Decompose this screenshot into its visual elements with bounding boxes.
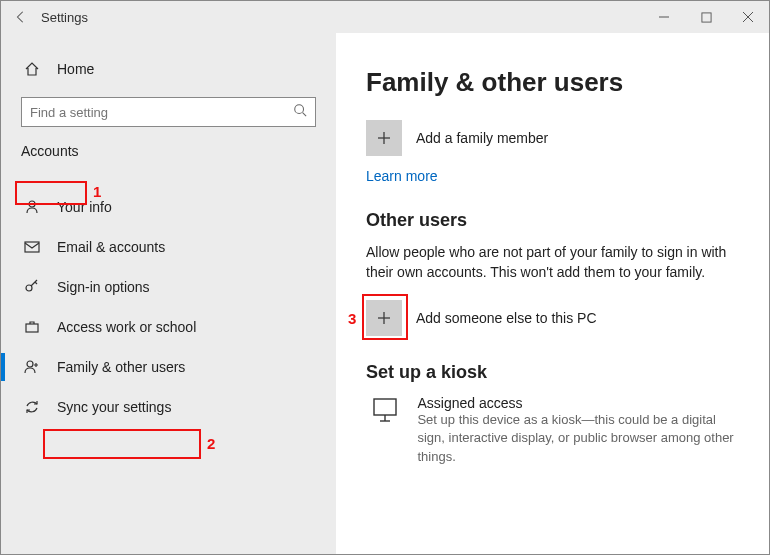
svg-point-6 <box>29 201 35 207</box>
assigned-access-description: Set up this device as a kiosk—this could… <box>417 411 745 466</box>
svg-line-5 <box>303 113 307 117</box>
key-icon <box>21 279 43 295</box>
assigned-access-title[interactable]: Assigned access <box>417 395 745 411</box>
arrow-left-icon <box>14 10 28 24</box>
category-heading: Accounts <box>1 137 336 167</box>
window-title: Settings <box>41 10 88 25</box>
svg-point-4 <box>295 105 304 114</box>
sidebar-item-label: Your info <box>57 199 112 215</box>
sidebar-item-your-info[interactable]: Your info <box>1 187 336 227</box>
mail-icon <box>21 239 43 255</box>
maximize-button[interactable] <box>685 1 727 33</box>
person-icon <box>21 199 43 215</box>
briefcase-icon <box>21 319 43 335</box>
add-other-user-button[interactable] <box>366 300 402 336</box>
home-label: Home <box>57 61 94 77</box>
annotation-2: 2 <box>207 435 215 452</box>
other-users-heading: Other users <box>366 210 745 231</box>
plus-icon <box>376 130 392 146</box>
plus-icon <box>376 310 392 326</box>
close-icon <box>742 11 754 23</box>
sidebar-item-label: Access work or school <box>57 319 196 335</box>
svg-rect-15 <box>374 399 396 415</box>
back-button[interactable] <box>1 10 41 24</box>
sidebar-item-email-accounts[interactable]: Email & accounts <box>1 227 336 267</box>
sidebar-item-family-other-users[interactable]: Family & other users <box>1 347 336 387</box>
sidebar-item-work-school[interactable]: Access work or school <box>1 307 336 347</box>
sidebar-item-label: Sync your settings <box>57 399 171 415</box>
minimize-icon <box>658 11 670 23</box>
maximize-icon <box>701 12 712 23</box>
sidebar-item-sync-settings[interactable]: Sync your settings <box>1 387 336 427</box>
svg-rect-9 <box>26 324 38 332</box>
close-button[interactable] <box>727 1 769 33</box>
add-other-user-label: Add someone else to this PC <box>416 310 597 326</box>
svg-rect-1 <box>701 12 710 21</box>
other-users-description: Allow people who are not part of your fa… <box>366 243 745 282</box>
sidebar-item-label: Family & other users <box>57 359 185 375</box>
learn-more-link[interactable]: Learn more <box>366 168 745 184</box>
page-heading: Family & other users <box>366 67 745 98</box>
search-icon <box>293 103 307 121</box>
sidebar-item-signin-options[interactable]: Sign-in options <box>1 267 336 307</box>
people-plus-icon <box>21 358 43 376</box>
sidebar-item-label: Email & accounts <box>57 239 165 255</box>
kiosk-heading: Set up a kiosk <box>366 362 745 383</box>
home-icon <box>21 61 43 77</box>
sync-icon <box>21 399 43 415</box>
sidebar-item-label: Sign-in options <box>57 279 150 295</box>
annotation-3: 3 <box>348 310 356 327</box>
kiosk-icon <box>366 395 403 425</box>
search-field[interactable] <box>30 105 293 120</box>
search-input[interactable] <box>21 97 316 127</box>
svg-rect-7 <box>25 242 39 252</box>
add-family-member-button[interactable] <box>366 120 402 156</box>
svg-point-10 <box>27 361 33 367</box>
add-family-member-label: Add a family member <box>416 130 548 146</box>
home-button[interactable]: Home <box>1 49 336 89</box>
minimize-button[interactable] <box>643 1 685 33</box>
